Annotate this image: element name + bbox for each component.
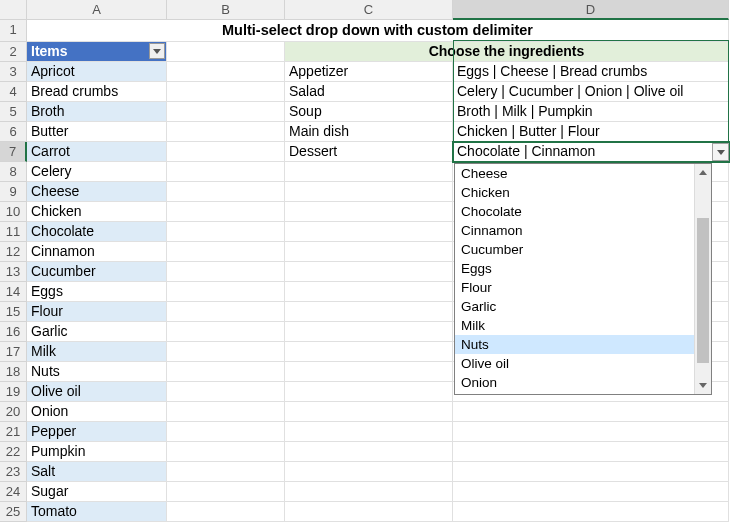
ingredients-cell[interactable] — [453, 482, 729, 502]
item-cell[interactable]: Salt — [27, 462, 167, 482]
cell-b17[interactable] — [167, 342, 285, 362]
row-header-16[interactable]: 16 — [0, 322, 27, 342]
col-header-b[interactable]: B — [167, 0, 285, 20]
course-name-cell[interactable] — [285, 322, 453, 342]
dropdown-option[interactable]: Chocolate — [455, 202, 694, 221]
dropdown-option[interactable]: Olive oil — [455, 354, 694, 373]
ingredients-cell[interactable]: Celery | Cucumber | Onion | Olive oil — [453, 82, 729, 102]
row-header-2[interactable]: 2 — [0, 42, 27, 62]
dropdown-button[interactable] — [712, 143, 729, 161]
cell-b15[interactable] — [167, 302, 285, 322]
item-cell[interactable]: Tomato — [27, 502, 167, 522]
cell-b2[interactable] — [167, 42, 285, 62]
dropdown-option[interactable]: Flour — [455, 278, 694, 297]
course-name-cell[interactable] — [285, 182, 453, 202]
row-header-4[interactable]: 4 — [0, 82, 27, 102]
course-name-cell[interactable] — [285, 202, 453, 222]
ingredients-cell[interactable] — [453, 402, 729, 422]
scroll-down-button[interactable] — [695, 377, 711, 394]
dropdown-option[interactable]: Onion — [455, 373, 694, 392]
row-header-25[interactable]: 25 — [0, 502, 27, 522]
dropdown-list[interactable]: CheeseChickenChocolateCinnamonCucumberEg… — [454, 163, 712, 395]
course-name-cell[interactable] — [285, 442, 453, 462]
cell-b25[interactable] — [167, 502, 285, 522]
row-header-3[interactable]: 3 — [0, 62, 27, 82]
course-name-cell[interactable] — [285, 302, 453, 322]
row-header-8[interactable]: 8 — [0, 162, 27, 182]
dropdown-option[interactable]: Garlic — [455, 297, 694, 316]
row-header-5[interactable]: 5 — [0, 102, 27, 122]
item-cell[interactable]: Apricot — [27, 62, 167, 82]
row-header-13[interactable]: 13 — [0, 262, 27, 282]
cell-b19[interactable] — [167, 382, 285, 402]
item-cell[interactable]: Celery — [27, 162, 167, 182]
row-header-9[interactable]: 9 — [0, 182, 27, 202]
col-header-c[interactable]: C — [285, 0, 453, 20]
cell-b16[interactable] — [167, 322, 285, 342]
item-cell[interactable]: Onion — [27, 402, 167, 422]
row-header-24[interactable]: 24 — [0, 482, 27, 502]
scroll-thumb[interactable] — [697, 218, 709, 363]
cell-b6[interactable] — [167, 122, 285, 142]
item-cell[interactable]: Chicken — [27, 202, 167, 222]
cell-b11[interactable] — [167, 222, 285, 242]
col-header-d[interactable]: D — [453, 0, 729, 20]
scroll-up-button[interactable] — [695, 164, 711, 181]
item-cell[interactable]: Bread crumbs — [27, 82, 167, 102]
item-cell[interactable]: Broth — [27, 102, 167, 122]
row-header-10[interactable]: 10 — [0, 202, 27, 222]
item-cell[interactable]: Cheese — [27, 182, 167, 202]
ingredients-cell[interactable]: Eggs | Cheese | Bread crumbs — [453, 62, 729, 82]
course-name-cell[interactable] — [285, 502, 453, 522]
item-cell[interactable]: Cucumber — [27, 262, 167, 282]
ingredients-cell[interactable]: Chicken | Butter | Flour — [453, 122, 729, 142]
row-header-12[interactable]: 12 — [0, 242, 27, 262]
row-header-17[interactable]: 17 — [0, 342, 27, 362]
row-header-1[interactable]: 1 — [0, 20, 27, 42]
course-name-cell[interactable]: Soup — [285, 102, 453, 122]
dropdown-option[interactable]: Cucumber — [455, 240, 694, 259]
item-cell[interactable]: Sugar — [27, 482, 167, 502]
item-cell[interactable]: Butter — [27, 122, 167, 142]
ingredients-cell[interactable]: Broth | Milk | Pumpkin — [453, 102, 729, 122]
course-name-cell[interactable]: Dessert — [285, 142, 453, 162]
item-cell[interactable]: Chocolate — [27, 222, 167, 242]
item-cell[interactable]: Olive oil — [27, 382, 167, 402]
course-name-cell[interactable] — [285, 162, 453, 182]
row-header-18[interactable]: 18 — [0, 362, 27, 382]
course-name-cell[interactable] — [285, 342, 453, 362]
course-name-cell[interactable] — [285, 222, 453, 242]
item-cell[interactable]: Pepper — [27, 422, 167, 442]
title-cell[interactable]: Multi-select drop down with custom delim… — [27, 20, 729, 42]
row-header-19[interactable]: 19 — [0, 382, 27, 402]
course-name-cell[interactable]: Salad — [285, 82, 453, 102]
row-header-14[interactable]: 14 — [0, 282, 27, 302]
cell-b10[interactable] — [167, 202, 285, 222]
ingredients-cell[interactable] — [453, 422, 729, 442]
row-header-6[interactable]: 6 — [0, 122, 27, 142]
course-name-cell[interactable] — [285, 262, 453, 282]
filter-button[interactable] — [149, 43, 165, 59]
col-header-a[interactable]: A — [27, 0, 167, 20]
row-header-7[interactable]: 7 — [0, 142, 27, 162]
row-header-20[interactable]: 20 — [0, 402, 27, 422]
dropdown-option[interactable]: Nuts — [455, 335, 694, 354]
cell-b13[interactable] — [167, 262, 285, 282]
cell-b24[interactable] — [167, 482, 285, 502]
item-cell[interactable]: Flour — [27, 302, 167, 322]
course-name-cell[interactable]: Main dish — [285, 122, 453, 142]
course-name-cell[interactable]: Appetizer — [285, 62, 453, 82]
cell-b14[interactable] — [167, 282, 285, 302]
cell-b20[interactable] — [167, 402, 285, 422]
row-header-15[interactable]: 15 — [0, 302, 27, 322]
item-cell[interactable]: Garlic — [27, 322, 167, 342]
dropdown-option[interactable]: Cinnamon — [455, 221, 694, 240]
ingredients-header-cell[interactable]: Choose the ingredients — [285, 42, 729, 62]
cell-b22[interactable] — [167, 442, 285, 462]
item-cell[interactable]: Pumpkin — [27, 442, 167, 462]
dropdown-scrollbar[interactable] — [694, 164, 711, 394]
ingredients-cell[interactable] — [453, 442, 729, 462]
course-name-cell[interactable] — [285, 402, 453, 422]
course-name-cell[interactable] — [285, 242, 453, 262]
select-all-corner[interactable] — [0, 0, 27, 20]
